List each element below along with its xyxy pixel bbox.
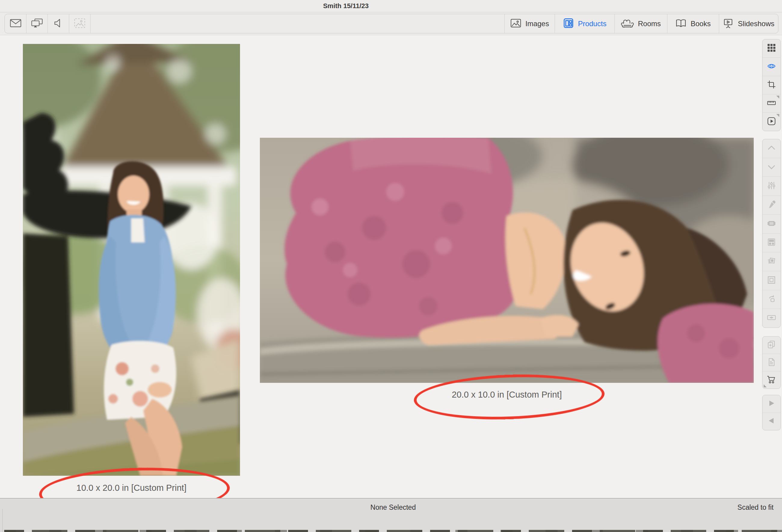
sidebar-panel-view	[762, 39, 781, 131]
adjust-sliders-icon	[767, 181, 776, 191]
sidebar-button-move-down[interactable]	[762, 158, 781, 177]
rotate-icon	[767, 294, 776, 304]
tab-slideshows-label: Slideshows	[738, 20, 774, 28]
sidebar-button-thumbnail-grid[interactable]	[762, 39, 781, 58]
open-book-icon	[676, 19, 686, 29]
print-size-label-portrait: 10.0 x 20.0 in [Custom Print]	[23, 483, 240, 493]
eye-icon	[767, 62, 777, 72]
print-size-label-landscape: 20.0 x 10.0 in [Custom Print]	[260, 390, 754, 400]
sidebar-button-crop[interactable]	[762, 76, 781, 94]
tab-rooms[interactable]: Rooms	[614, 14, 667, 33]
toolbar: Images Products	[0, 12, 782, 35]
toolbar-panel: Images Products	[4, 14, 778, 33]
step-back-icon	[767, 416, 776, 426]
view-tabs: Images Products	[504, 14, 778, 33]
picture-icon	[510, 19, 521, 29]
sidebar-panel-edit	[762, 139, 781, 328]
shopping-cart-icon	[767, 375, 776, 385]
product-photo-portrait[interactable]	[23, 44, 240, 476]
email-button[interactable]	[5, 14, 27, 33]
thumbnail-strip-edge[interactable]	[4, 530, 782, 532]
image-placeholder-button[interactable]	[69, 14, 91, 33]
selection-status: None Selected	[0, 503, 782, 511]
tab-products-label: Products	[578, 20, 607, 28]
zoom-status: Scaled to fit	[738, 503, 774, 511]
sidebar-button-picture-frame[interactable]	[762, 271, 781, 290]
add-pages-icon	[767, 340, 776, 350]
image-placeholder-icon	[74, 18, 85, 30]
tab-products[interactable]: Products	[555, 14, 614, 33]
sidebar-button-move-up[interactable]	[762, 139, 781, 158]
sidebar-button-add-pages[interactable]	[762, 336, 781, 354]
sidebar-panel-navigation	[762, 395, 781, 430]
sidebar-button-shopping-cart[interactable]	[762, 371, 781, 389]
sofa-icon	[621, 19, 634, 29]
chevron-up-icon	[767, 143, 776, 154]
play-button-box-icon	[767, 117, 776, 127]
sidebar-button-adjustments[interactable]	[762, 177, 781, 196]
crop-icon	[767, 80, 776, 90]
tab-slideshows[interactable]: Slideshows	[719, 14, 778, 33]
sidebar-panel-order	[762, 336, 781, 389]
tab-books-label: Books	[690, 20, 711, 28]
panel-edge-line	[2, 509, 3, 532]
sound-button[interactable]	[47, 14, 69, 33]
sidebar-button-tilted-print[interactable]	[762, 252, 781, 271]
step-forward-icon	[767, 399, 776, 409]
sidebar-button-ruler[interactable]	[762, 94, 781, 112]
tilted-print-icon	[767, 256, 776, 267]
picture-frame-icon	[767, 276, 776, 286]
tab-rooms-label: Rooms	[638, 20, 661, 28]
thumbnail-grid-icon	[767, 43, 776, 54]
sidebar-button-rotate[interactable]	[762, 290, 781, 309]
chevron-down-icon	[767, 163, 776, 173]
eyedropper-icon	[767, 200, 776, 210]
status-bar: None Selected Scaled to fit	[0, 498, 782, 532]
title-bar: Smith 15/11/23	[0, 0, 782, 12]
tab-books[interactable]: Books	[667, 14, 719, 33]
dual-display-icon	[31, 19, 43, 29]
tab-images-label: Images	[526, 20, 549, 28]
sidebar-button-mat-frame[interactable]	[762, 214, 781, 234]
page-layout-icon	[767, 238, 776, 248]
submenu-triangle-icon	[776, 114, 779, 117]
submenu-triangle-icon	[763, 384, 767, 387]
sidebar-button-order-report[interactable]	[762, 354, 781, 371]
sidebar-button-page-layout[interactable]	[762, 234, 781, 252]
sidebar-button-step-forward[interactable]	[762, 395, 781, 413]
sidebar-button-flip-horizontal[interactable]	[762, 309, 781, 327]
order-report-icon	[767, 358, 776, 368]
projection-screen-icon	[723, 18, 734, 30]
sidebar-button-step-back[interactable]	[762, 413, 781, 430]
proselect-window: Smith 15/11/23	[0, 0, 782, 532]
tab-images[interactable]: Images	[504, 14, 555, 33]
speaker-icon	[54, 19, 63, 29]
sidebar-button-eyedropper[interactable]	[762, 196, 781, 214]
mat-frame-icon	[767, 219, 776, 229]
sidebar-button-play-slideshow[interactable]	[762, 112, 781, 131]
framed-print-icon	[563, 18, 574, 30]
ruler-icon	[767, 98, 776, 109]
sidebar-button-preview-eye[interactable]	[762, 58, 781, 76]
show-on-display-button[interactable]	[26, 14, 48, 33]
window-title: Smith 15/11/23	[323, 2, 369, 10]
submenu-triangle-icon	[776, 96, 779, 99]
product-photo-landscape[interactable]	[260, 138, 754, 383]
envelope-icon	[10, 19, 21, 29]
flip-horizontal-icon	[767, 313, 776, 323]
